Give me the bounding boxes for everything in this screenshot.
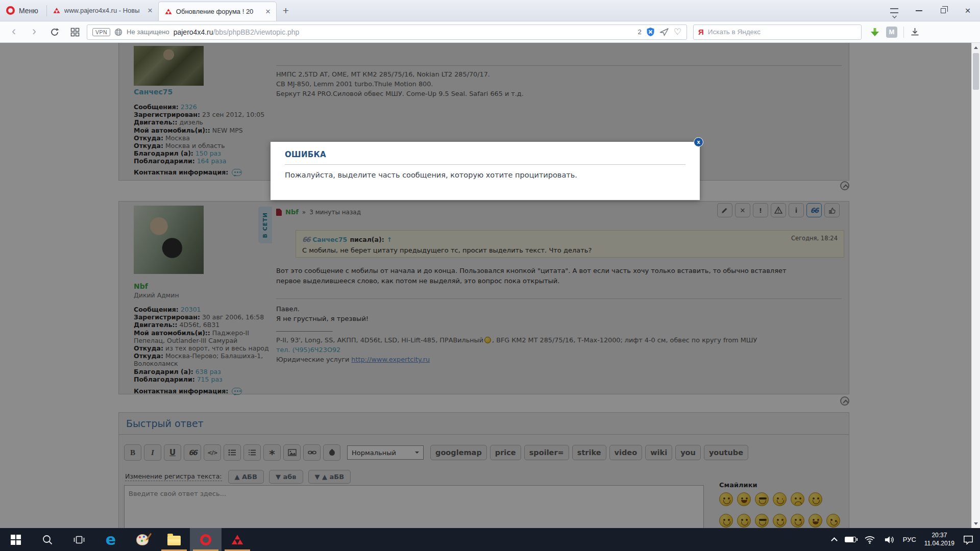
opera-icon (200, 534, 211, 545)
adblock-shield-icon[interactable] (646, 27, 655, 37)
taskbar-clock[interactable]: 20:37 11.04.2019 (924, 532, 954, 547)
tab-close-button[interactable]: × (264, 7, 272, 16)
restore-button[interactable] (931, 0, 955, 21)
forward-icon: › (32, 25, 36, 37)
clock-date: 11.04.2019 (924, 540, 954, 548)
explorer-taskbar-button[interactable] (158, 528, 190, 551)
modal-message: Пожалуйста, выделите часть сообщения, ко… (285, 171, 577, 179)
mitsubishi-favicon-icon (53, 7, 60, 14)
search-icon (42, 534, 53, 545)
url-field[interactable]: VPN Не защищено pajero4x4.ru/bbs/phpBB2/… (87, 24, 687, 40)
browser-tab-1[interactable]: www.pajero4x4.ru - Новы × (47, 0, 158, 21)
vpn-badge[interactable]: VPN (92, 28, 110, 36)
tab-close-button[interactable]: × (146, 6, 154, 15)
error-modal: ОШИБКА Пожалуйста, выделите часть сообще… (271, 142, 700, 200)
page-viewport: Санчес75 Сообщения: 2326Зарегистрирован:… (0, 43, 980, 528)
action-center-icon (963, 535, 974, 545)
menu-label: Меню (19, 7, 38, 15)
url-host: pajero4x4.ru (174, 28, 213, 36)
divider (285, 164, 685, 165)
windows-taskbar: e РУС 20:37 11.04.2019 (0, 528, 980, 551)
divider (903, 27, 904, 38)
triangle-up-icon (974, 44, 978, 49)
yandex-icon: Я (698, 28, 704, 36)
volume-tray-button[interactable] (884, 535, 895, 544)
battery-tray-button[interactable] (845, 537, 856, 542)
task-view-icon (74, 535, 85, 545)
close-icon: × (965, 6, 970, 15)
start-button[interactable] (0, 528, 32, 551)
hidden-icons-button[interactable] (832, 536, 837, 543)
tab-title: Обновление форума ! 20 (176, 8, 260, 15)
minimize-button[interactable] (906, 0, 931, 21)
opera-taskbar-button[interactable] (190, 528, 222, 551)
blocked-count: 2 (638, 28, 642, 36)
back-button[interactable]: ‹ (5, 24, 22, 40)
window-close-button[interactable]: × (955, 0, 980, 21)
page-scrollbar[interactable] (971, 43, 980, 528)
volume-icon (884, 535, 895, 544)
paint-palette-icon (136, 534, 149, 545)
send-icon[interactable] (659, 28, 669, 36)
restore-icon (941, 8, 946, 13)
reload-icon (50, 28, 59, 37)
savefrom-extension-icon[interactable] (870, 27, 880, 37)
scrollbar-up-button[interactable] (972, 43, 980, 52)
paint-taskbar-button[interactable] (127, 528, 158, 551)
browser-tab-bar: Меню www.pajero4x4.ru - Новы × Обновлени… (0, 0, 980, 21)
security-label[interactable]: Не защищено (127, 28, 169, 36)
task-view-button[interactable] (63, 528, 95, 551)
action-center-button[interactable] (963, 535, 974, 545)
forward-button[interactable]: › (26, 24, 43, 40)
mitsubishi-app-taskbar-button[interactable] (222, 528, 253, 551)
wifi-tray-button[interactable] (864, 535, 875, 544)
url-path: /bbs/phpBB2/viewtopic.php (213, 28, 300, 36)
battery-icon (845, 537, 856, 542)
bookmark-heart-icon[interactable]: ♡ (674, 27, 681, 37)
search-placeholder: Искать в Яндекс (708, 28, 761, 36)
folder-icon (167, 536, 181, 545)
opera-menu-button[interactable]: Меню (0, 0, 46, 21)
tab-menu-button[interactable] (882, 0, 906, 21)
triangle-down-icon (974, 522, 978, 527)
url-text: pajero4x4.ru/bbs/phpBB2/viewtopic.php (174, 28, 300, 36)
modal-close-button[interactable]: x (694, 137, 703, 147)
new-tab-button[interactable]: + (277, 0, 295, 21)
opera-logo-icon (6, 6, 15, 15)
extension-m-icon[interactable]: M (886, 27, 897, 38)
edge-icon: e (106, 531, 116, 548)
windows-logo-icon (11, 535, 21, 545)
speed-dial-icon (70, 28, 80, 37)
modal-title: ОШИБКА (285, 150, 326, 159)
tab-title: www.pajero4x4.ru - Новы (64, 7, 142, 14)
scrollbar-thumb[interactable] (973, 53, 979, 90)
dim-overlay (0, 43, 980, 528)
mitsubishi-favicon-icon (165, 8, 172, 15)
speed-dial-button[interactable] (66, 24, 84, 40)
clock-time: 20:37 (924, 532, 954, 540)
browser-tab-2-active[interactable]: Обновление форума ! 20 × (158, 2, 277, 21)
minimize-icon (916, 10, 922, 11)
mitsubishi-icon (231, 534, 243, 545)
back-icon: ‹ (12, 25, 16, 37)
downloads-button[interactable] (910, 27, 920, 37)
yandex-search-field[interactable]: Я Искать в Яндекс (693, 24, 862, 40)
taskbar-search-button[interactable] (32, 528, 63, 551)
language-indicator[interactable]: РУС (903, 536, 916, 543)
reload-button[interactable] (46, 24, 63, 40)
browser-address-bar: ‹ › VPN Не защищено pajero4x4.ru/bbs/php… (0, 21, 980, 43)
globe-icon (114, 28, 122, 36)
edge-taskbar-button[interactable]: e (95, 528, 127, 551)
tab-menu-icon (890, 8, 898, 13)
wifi-icon (864, 535, 875, 544)
chevron-up-icon (831, 537, 838, 544)
